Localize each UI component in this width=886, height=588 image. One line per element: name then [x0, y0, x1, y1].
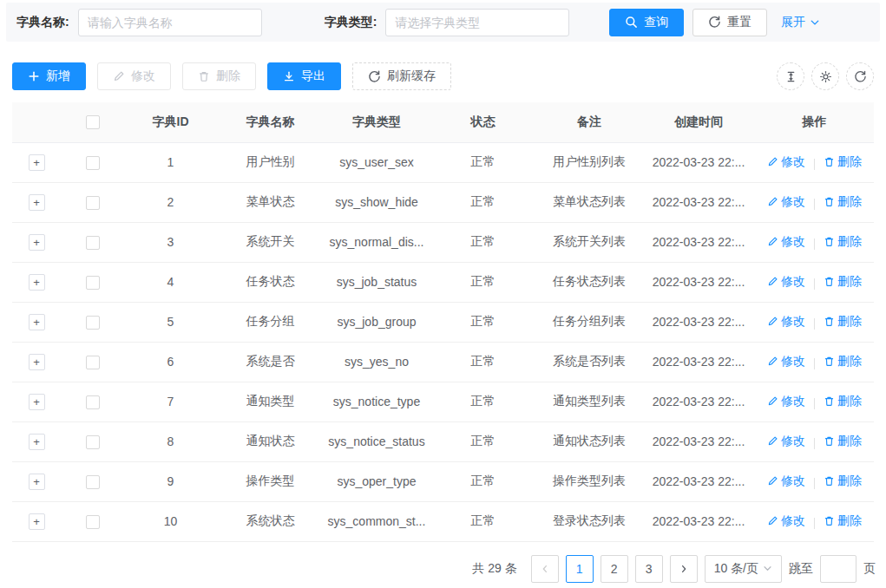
- row-delete-link[interactable]: 删除: [824, 354, 862, 369]
- page-button-2[interactable]: 2: [601, 555, 628, 583]
- row-checkbox[interactable]: [86, 196, 100, 210]
- row-edit-link[interactable]: 修改: [767, 354, 805, 369]
- delete-icon: [824, 196, 835, 207]
- page-button-3[interactable]: 3: [635, 555, 663, 583]
- cell-created: 2022-03-23 22:...: [642, 461, 755, 501]
- row-edit-link[interactable]: 修改: [767, 234, 805, 250]
- cell-select: [61, 421, 124, 461]
- row-expand-button[interactable]: +: [29, 394, 45, 410]
- edit-icon: [113, 70, 125, 82]
- row-checkbox[interactable]: [86, 276, 100, 290]
- cell-operations: 修改删除: [755, 182, 874, 222]
- cell-expand: +: [12, 302, 61, 342]
- delete-button[interactable]: 删除: [182, 62, 256, 90]
- row-delete-link[interactable]: 删除: [824, 234, 862, 250]
- table-row: +8通知状态sys_notice_status正常通知状态列表2022-03-2…: [12, 421, 874, 461]
- cell-dict-type: sys_normal_dis...: [324, 222, 430, 262]
- row-delete-link[interactable]: 删除: [824, 394, 862, 409]
- page-button-1[interactable]: 1: [566, 555, 594, 583]
- edit-icon: [767, 236, 778, 247]
- delete-icon: [824, 395, 835, 407]
- row-expand-button[interactable]: +: [29, 274, 45, 291]
- expand-toggle[interactable]: 展开: [781, 15, 820, 30]
- row-edit-link[interactable]: 修改: [767, 394, 805, 409]
- refresh-button[interactable]: [846, 62, 874, 90]
- row-expand-button[interactable]: +: [29, 194, 45, 211]
- cell-dict-type: sys_notice_type: [324, 382, 430, 421]
- cell-remark: 菜单状态列表: [536, 182, 642, 222]
- cell-dict-name: 操作类型: [217, 461, 324, 501]
- cell-status: 正常: [430, 342, 536, 382]
- row-checkbox[interactable]: [86, 435, 100, 449]
- cell-expand: +: [12, 342, 61, 382]
- row-expand-button[interactable]: +: [29, 154, 45, 171]
- table-row: +7通知类型sys_notice_type正常通知类型列表2022-03-23 …: [12, 382, 874, 421]
- op-separator: [814, 438, 815, 449]
- header-expand: [12, 102, 61, 142]
- row-checkbox[interactable]: [86, 515, 100, 529]
- row-edit-link[interactable]: 修改: [767, 474, 805, 489]
- cell-remark: 操作类型列表: [536, 461, 642, 501]
- jump-page-input[interactable]: [820, 555, 856, 583]
- page-size-value: 10 条/页: [714, 561, 758, 577]
- row-delete-link[interactable]: 删除: [824, 513, 862, 529]
- row-expand-button[interactable]: +: [29, 513, 45, 530]
- page-size-select[interactable]: 10 条/页: [705, 555, 782, 583]
- header-dict-id: 字典ID: [124, 102, 217, 142]
- table-row: +10系统状态sys_common_st...正常登录状态列表2022-03-2…: [12, 501, 874, 541]
- row-edit-link[interactable]: 修改: [767, 434, 805, 449]
- row-delete-link[interactable]: 删除: [824, 154, 862, 170]
- cell-dict-id: 9: [124, 461, 217, 501]
- row-checkbox[interactable]: [86, 236, 100, 250]
- row-delete-link[interactable]: 删除: [824, 474, 862, 489]
- settings-button[interactable]: [811, 62, 839, 90]
- add-button[interactable]: 新增: [12, 62, 86, 90]
- row-delete-link[interactable]: 删除: [824, 314, 862, 330]
- row-edit-link[interactable]: 修改: [767, 194, 805, 210]
- row-edit-link[interactable]: 修改: [767, 154, 805, 170]
- cell-dict-name: 系统开关: [217, 222, 324, 262]
- cell-operations: 修改删除: [755, 421, 874, 461]
- row-checkbox[interactable]: [86, 316, 100, 330]
- row-checkbox[interactable]: [86, 156, 100, 170]
- cell-dict-id: 4: [124, 262, 217, 302]
- row-delete-link[interactable]: 删除: [824, 434, 862, 449]
- row-expand-button[interactable]: +: [29, 314, 45, 330]
- row-expand-button[interactable]: +: [29, 354, 45, 370]
- row-expand-button[interactable]: +: [29, 234, 45, 251]
- add-icon: [28, 70, 40, 82]
- row-checkbox[interactable]: [86, 475, 100, 489]
- cell-dict-name: 通知类型: [217, 382, 324, 421]
- dict-name-input[interactable]: [78, 9, 262, 36]
- row-edit-link[interactable]: 修改: [767, 314, 805, 330]
- text-height-button[interactable]: [777, 62, 804, 90]
- op-separator: [814, 318, 815, 330]
- refresh-cache-button[interactable]: 刷新缓存: [352, 62, 451, 90]
- row-edit-link[interactable]: 修改: [767, 274, 805, 290]
- export-button[interactable]: 导出: [267, 62, 341, 90]
- table-row: +4任务状态sys_job_status正常任务状态列表2022-03-23 2…: [12, 262, 874, 302]
- row-checkbox[interactable]: [86, 356, 100, 369]
- cell-remark: 通知类型列表: [536, 382, 642, 421]
- edit-icon: [767, 435, 778, 447]
- cell-select: [61, 342, 124, 382]
- table-tools: [777, 62, 874, 90]
- next-page-button[interactable]: [670, 555, 698, 583]
- select-all-checkbox[interactable]: [86, 115, 100, 129]
- row-edit-link[interactable]: 修改: [767, 513, 805, 529]
- dict-type-input[interactable]: [385, 9, 569, 36]
- prev-page-button[interactable]: [531, 555, 559, 583]
- row-expand-button[interactable]: +: [29, 434, 45, 450]
- search-button[interactable]: 查询: [609, 9, 684, 36]
- dict-table: 字典ID 字典名称 字典类型 状态 备注 创建时间 操作 +1用户性别sys_u…: [12, 102, 874, 542]
- row-delete-link[interactable]: 删除: [824, 194, 862, 210]
- row-delete-link[interactable]: 删除: [824, 274, 862, 290]
- table-row: +3系统开关sys_normal_dis...正常系统开关列表2022-03-2…: [12, 222, 874, 262]
- header-remark: 备注: [536, 102, 642, 142]
- row-expand-button[interactable]: +: [29, 474, 45, 490]
- reset-button[interactable]: 重置: [692, 9, 767, 36]
- page-size-chevron-icon: [763, 564, 772, 573]
- cell-status: 正常: [430, 262, 536, 302]
- edit-button[interactable]: 修改: [97, 62, 171, 90]
- row-checkbox[interactable]: [86, 395, 100, 409]
